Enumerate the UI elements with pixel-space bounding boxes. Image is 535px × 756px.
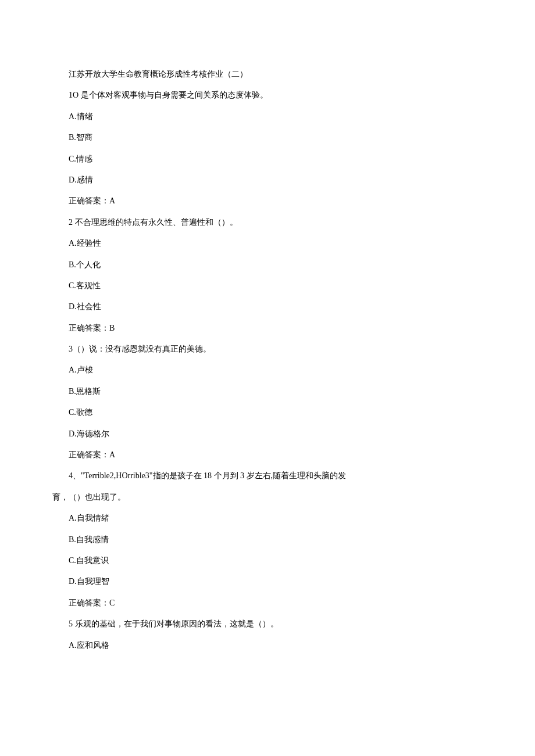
question-1-option-c: C.情感 — [52, 149, 483, 170]
question-2-option-b: B.个人化 — [52, 255, 483, 275]
document-title: 江苏开放大学生命教育概论形成性考核作业（二） — [52, 64, 483, 85]
question-5-option-a: A.应和风格 — [52, 635, 483, 656]
question-3-option-d: D.海德格尔 — [52, 424, 483, 445]
question-2-option-c: C.客观性 — [52, 275, 483, 296]
question-2-text: 2 不合理思维的特点有永久性、普遍性和（）。 — [52, 212, 483, 233]
question-4-text-part1: 4、"Terrible2,HOrrible3"指的是孩子在 18 个月到 3 岁… — [52, 465, 483, 486]
question-4-option-a: A.自我情绪 — [52, 508, 483, 529]
question-2-option-d: D.社会性 — [52, 296, 483, 317]
question-3-option-a: A.卢梭 — [52, 360, 483, 381]
question-1-option-b: B.智商 — [52, 127, 483, 148]
question-3-option-c: C.歌德 — [52, 402, 483, 423]
question-2-option-a: A.经验性 — [52, 233, 483, 254]
question-3-answer: 正确答案：A — [52, 445, 483, 465]
question-5-text: 5 乐观的基础，在于我们对事物原因的看法，这就是（）。 — [52, 614, 483, 635]
question-1-option-d: D.感情 — [52, 170, 483, 191]
question-4-answer: 正确答案：C — [52, 593, 483, 614]
question-4-text-part2: 育，（）也出现了。 — [52, 487, 483, 508]
question-3-option-b: B.恩格斯 — [52, 381, 483, 402]
question-4-option-c: C.自我意识 — [52, 550, 483, 571]
question-2-answer: 正确答案：B — [52, 318, 483, 339]
document-content: 江苏开放大学生命教育概论形成性考核作业（二） 1O 是个体对客观事物与自身需要之… — [52, 64, 483, 656]
question-4-option-b: B.自我感情 — [52, 529, 483, 550]
question-1-option-a: A.情绪 — [52, 106, 483, 127]
question-3-text: 3（）说：没有感恩就没有真正的美德。 — [52, 339, 483, 360]
question-1-text: 1O 是个体对客观事物与自身需要之间关系的态度体验。 — [52, 85, 483, 106]
question-4-option-d: D.自我理智 — [52, 571, 483, 592]
question-1-answer: 正确答案：A — [52, 191, 483, 212]
